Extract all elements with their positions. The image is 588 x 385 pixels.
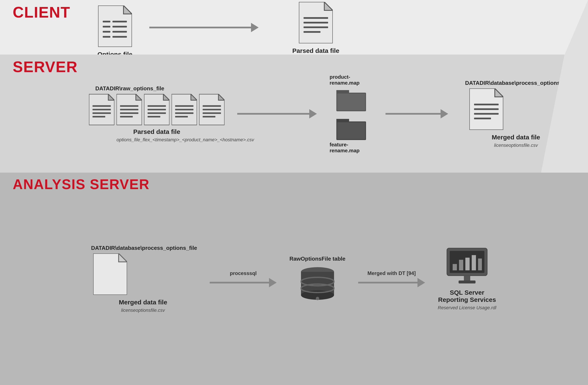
svg-rect-30 (148, 105, 166, 107)
parsed-file-item: Parsed data file options_file_flex_<time… (275, 2, 356, 61)
options-file-item: Options file (97, 5, 132, 58)
svg-rect-7 (112, 31, 127, 33)
server-merged-label: Merged data file (492, 134, 540, 141)
svg-rect-5 (112, 26, 127, 27)
svg-marker-23 (136, 94, 142, 100)
parsed-file-icon (299, 2, 333, 43)
server-parsed-doc-2 (117, 94, 142, 125)
svg-rect-54 (474, 104, 499, 105)
server-arrow (237, 109, 317, 118)
feature-rename-label: feature-rename.map (330, 142, 373, 154)
server-parsed-label: Parsed data file (133, 128, 180, 135)
svg-rect-19 (93, 109, 111, 110)
svg-marker-59 (119, 253, 127, 262)
svg-rect-20 (93, 112, 111, 114)
svg-rect-32 (148, 112, 166, 114)
server-parsed-sublabel: options_file_flex_<timestamp>_<product_n… (117, 137, 197, 143)
analysis-db-item: RawOptionsFile table (289, 255, 345, 302)
analysis-merged-toplabel: DATADIR\database\process_options_file (91, 245, 197, 251)
svg-rect-44 (203, 112, 221, 114)
ssrs-label: SQL Server Reporting Services (438, 289, 496, 303)
svg-rect-57 (474, 118, 491, 119)
svg-rect-70 (465, 258, 470, 270)
svg-rect-6 (103, 31, 110, 33)
svg-rect-26 (120, 112, 138, 114)
analysis-merged-item: DATADIR\database\process_options_file Me… (89, 245, 197, 313)
svg-rect-73 (464, 276, 470, 281)
feature-rename-folder-icon (336, 117, 366, 140)
svg-rect-25 (120, 109, 138, 110)
svg-rect-71 (472, 255, 476, 270)
svg-rect-3 (112, 21, 127, 22)
svg-rect-37 (175, 109, 193, 110)
svg-marker-29 (163, 94, 169, 100)
svg-rect-74 (459, 281, 476, 284)
svg-marker-11 (324, 2, 333, 10)
options-file-icon (98, 5, 132, 47)
svg-rect-48 (337, 94, 365, 110)
svg-rect-72 (478, 258, 482, 270)
server-parsed-doc-3 (144, 94, 169, 125)
svg-point-65 (316, 297, 319, 300)
svg-rect-56 (474, 113, 499, 115)
svg-marker-35 (191, 94, 197, 100)
svg-rect-55 (474, 108, 499, 110)
analysis-db-toplabel: RawOptionsFile table (289, 255, 345, 262)
svg-rect-13 (304, 22, 328, 23)
server-arrow-2 (385, 109, 448, 118)
svg-rect-43 (203, 109, 221, 110)
server-merged-item: DATADIR\database\process_options_file Me… (461, 80, 571, 148)
svg-rect-36 (175, 105, 193, 107)
ssrs-item: SQL Server Reporting Services Reserved L… (438, 247, 496, 310)
analysis-section: ANALYSIS SERVER DATADIR\database\process… (0, 173, 588, 385)
server-merged-toplabel: DATADIR\database\process_options_file (465, 80, 571, 86)
product-rename-folder-icon (336, 88, 366, 111)
svg-rect-27 (120, 116, 133, 117)
svg-rect-12 (304, 17, 328, 19)
svg-rect-18 (93, 105, 111, 107)
parsed-file-label: Parsed data file (292, 47, 339, 54)
svg-rect-38 (175, 112, 193, 114)
svg-rect-21 (93, 116, 105, 117)
svg-marker-17 (108, 94, 114, 100)
server-parsed-doc-5 (199, 94, 225, 125)
analysis-arrow-1: processsql (210, 270, 277, 287)
folders-group: product-rename.map (330, 74, 373, 154)
svg-rect-69 (459, 260, 463, 270)
svg-marker-53 (495, 88, 503, 97)
server-merged-doc-icon (469, 88, 503, 130)
svg-rect-51 (337, 122, 365, 139)
analysis-arrow1-label: processsql (230, 270, 257, 276)
analysis-merged-label: Merged data file (119, 299, 167, 306)
server-raw-label: DATADIR\raw_options_file (95, 85, 164, 92)
server-parsed-doc-1 (89, 94, 114, 125)
svg-rect-2 (103, 21, 110, 22)
svg-rect-8 (103, 36, 110, 38)
client-section: CLIENT Options file (0, 0, 588, 55)
svg-rect-68 (453, 264, 457, 270)
svg-rect-42 (203, 105, 221, 107)
svg-rect-39 (175, 116, 188, 117)
svg-rect-15 (304, 31, 320, 33)
ssrs-sublabel: Reserved License Usage.rdl (438, 305, 496, 310)
svg-rect-9 (112, 36, 127, 38)
product-rename-label: product-rename.map (330, 74, 373, 86)
client-arrow (149, 23, 259, 32)
server-parsed-doc-4 (171, 94, 197, 125)
svg-rect-14 (304, 26, 328, 28)
analysis-arrow2-label: Merged with DT [94] (368, 270, 416, 276)
svg-rect-24 (120, 105, 138, 107)
server-merged-sublabel: licenseoptionsfile.csv (494, 143, 538, 148)
ssrs-monitor-icon (446, 247, 488, 285)
svg-marker-41 (218, 94, 225, 100)
server-section: SERVER DATADIR\raw_options_file (0, 55, 588, 173)
analysis-arrow-2: Merged with DT [94] (358, 270, 425, 287)
svg-rect-45 (203, 116, 215, 117)
analysis-db-icon (301, 264, 335, 302)
svg-rect-31 (148, 109, 166, 110)
analysis-merged-sublabel: licenseoptionsfile.csv (121, 308, 165, 313)
analysis-merged-doc-icon (93, 253, 127, 295)
svg-rect-4 (103, 26, 110, 27)
svg-marker-1 (124, 5, 132, 14)
svg-rect-33 (148, 116, 160, 117)
